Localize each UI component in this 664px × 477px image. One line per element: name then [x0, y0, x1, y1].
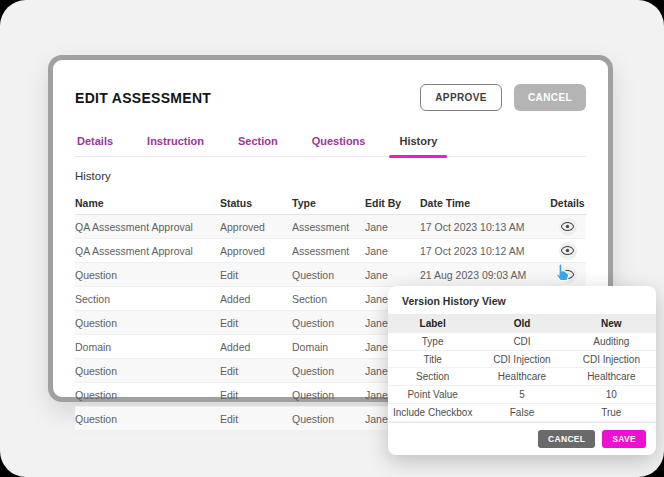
cell-status: Approved [220, 221, 292, 233]
active-tab-underline [389, 155, 447, 158]
popup-cell-label: Point Value [388, 389, 477, 400]
cell-date-time: 21 Aug 2023 09:03 AM [420, 269, 549, 281]
cell-status: Edit [220, 413, 292, 425]
col-header-type: Type [292, 197, 365, 209]
cell-name: Question [75, 317, 220, 329]
view-details-button[interactable] [559, 218, 577, 236]
modal-header: EDIT ASSESSMENT APPROVE CANCEL [75, 60, 586, 111]
approve-button[interactable]: APPROVE [420, 84, 502, 111]
cell-type: Domain [292, 341, 365, 353]
col-header-date-time: Date Time [420, 197, 549, 209]
popup-cell-old: 5 [477, 389, 566, 400]
popup-save-button[interactable]: SAVE [602, 430, 646, 448]
cell-date-time: 17 Oct 2023 10:13 AM [420, 221, 549, 233]
popup-cell-new: Auditing [567, 336, 656, 347]
cell-type: Section [292, 293, 365, 305]
popup-row: Include Checkbox False True [388, 404, 656, 422]
popup-row: Point Value 5 10 [388, 386, 656, 404]
popup-cell-label: Type [388, 336, 477, 347]
cell-name: QA Assessment Approval [75, 221, 220, 233]
popup-cell-old: CDI Injection [477, 354, 566, 365]
cell-name: Question [75, 269, 220, 281]
popup-col-new: New [567, 318, 656, 329]
popup-title: Version History View [388, 286, 656, 315]
popup-cancel-button[interactable]: CANCEL [538, 430, 595, 448]
table-row: QA Assessment Approval Approved Assessme… [75, 215, 586, 239]
cell-type: Question [292, 365, 365, 377]
cell-date-time: 17 Oct 2023 10:12 AM [420, 245, 549, 257]
popup-cell-old: CDI [477, 336, 566, 347]
popup-cell-new: Healthcare [567, 371, 656, 382]
popup-cell-new: True [567, 407, 656, 418]
popup-cell-old: False [477, 407, 566, 418]
popup-cell-new: CDI Injection [567, 354, 656, 365]
cell-type: Question [292, 317, 365, 329]
cell-name: QA Assessment Approval [75, 245, 220, 257]
cell-status: Added [220, 293, 292, 305]
table-header-row: Name Status Type Edit By Date Time Detai… [75, 191, 586, 215]
cell-type: Assessment [292, 221, 365, 233]
col-header-status: Status [220, 197, 292, 209]
cell-status: Edit [220, 365, 292, 377]
popup-row: Section Healthcare Healthcare [388, 368, 656, 386]
popup-header-row: Label Old New [388, 315, 656, 333]
popup-row: Type CDI Auditing [388, 333, 656, 351]
col-header-details: Details [549, 197, 586, 209]
tab-bar: Details Instruction Section Questions Hi… [75, 131, 586, 157]
eye-icon [561, 222, 574, 231]
popup-col-label: Label [388, 318, 477, 329]
tab-questions[interactable]: Questions [310, 131, 368, 156]
cell-type: Assessment [292, 245, 365, 257]
popup-cell-label: Include Checkbox [388, 407, 477, 418]
cell-name: Domain [75, 341, 220, 353]
version-history-popup: Version History View Label Old New Type … [388, 286, 656, 455]
cell-edit-by: Jane [365, 221, 420, 233]
tab-details[interactable]: Details [75, 131, 115, 156]
popup-col-old: Old [477, 318, 566, 329]
cell-status: Approved [220, 245, 292, 257]
tab-section[interactable]: Section [236, 131, 280, 156]
cell-edit-by: Jane [365, 245, 420, 257]
cancel-button[interactable]: CANCEL [514, 84, 586, 111]
cell-status: Edit [220, 269, 292, 281]
tab-instruction[interactable]: Instruction [145, 131, 206, 156]
history-section-label: History [75, 170, 586, 182]
hand-pointer-cursor [552, 262, 572, 284]
view-details-button[interactable] [559, 242, 577, 260]
cell-name: Question [75, 365, 220, 377]
popup-footer: CANCEL SAVE [388, 422, 656, 455]
cell-name: Question [75, 413, 220, 425]
cell-status: Edit [220, 317, 292, 329]
table-row: QA Assessment Approval Approved Assessme… [75, 239, 586, 263]
cell-status: Added [220, 341, 292, 353]
page-canvas: EDIT ASSESSMENT APPROVE CANCEL Details I… [0, 0, 664, 477]
eye-icon [561, 246, 574, 255]
table-row: Question Edit Question Jane 21 Aug 2023 … [75, 263, 586, 287]
popup-cell-new: 10 [567, 389, 656, 400]
popup-cell-old: Healthcare [477, 371, 566, 382]
cell-name: Section [75, 293, 220, 305]
cell-edit-by: Jane [365, 269, 420, 281]
tab-history[interactable]: History [397, 131, 439, 156]
col-header-name: Name [75, 197, 220, 209]
cell-status: Edit [220, 389, 292, 401]
cell-name: Question [75, 389, 220, 401]
popup-row: Title CDI Injection CDI Injection [388, 351, 656, 369]
popup-cell-label: Title [388, 354, 477, 365]
cell-type: Question [292, 413, 365, 425]
popup-cell-label: Section [388, 371, 477, 382]
page-title: EDIT ASSESSMENT [75, 90, 211, 106]
header-actions: APPROVE CANCEL [420, 84, 586, 111]
cell-type: Question [292, 269, 365, 281]
col-header-edit-by: Edit By [365, 197, 420, 209]
cell-type: Question [292, 389, 365, 401]
